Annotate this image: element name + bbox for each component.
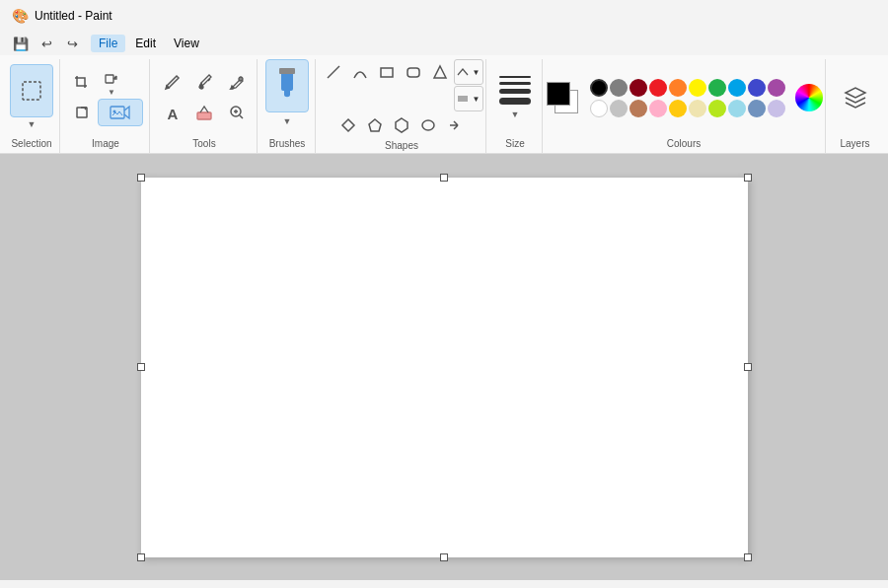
resize-handle-middle-left[interactable] xyxy=(137,363,145,371)
color-picker-button[interactable] xyxy=(223,69,251,97)
skew-button[interactable] xyxy=(68,99,96,126)
resize-handle-top-center[interactable] xyxy=(440,174,448,182)
resize-handle-bottom-left[interactable] xyxy=(137,553,145,561)
resize-handle-bottom-right[interactable] xyxy=(744,553,752,561)
colour-swatch-orange[interactable] xyxy=(669,79,687,97)
menu-edit[interactable]: Edit xyxy=(127,35,164,52)
line-tool[interactable] xyxy=(321,59,346,85)
resize-handle-middle-right[interactable] xyxy=(744,363,752,371)
colour-swatch-light-gray[interactable] xyxy=(610,100,628,117)
colour-pair xyxy=(545,80,580,115)
menu-view[interactable]: View xyxy=(166,35,207,52)
svg-rect-9 xyxy=(279,68,295,74)
brush-tool-button[interactable] xyxy=(265,59,309,112)
svg-rect-1 xyxy=(106,75,113,83)
paint-canvas[interactable] xyxy=(141,178,748,557)
colour-swatch-slate[interactable] xyxy=(748,100,766,117)
colour-swatch-dark-blue[interactable] xyxy=(748,79,766,97)
svg-rect-11 xyxy=(381,68,393,77)
layers-group: Layers xyxy=(825,59,884,153)
svg-rect-14 xyxy=(458,96,468,102)
svg-line-10 xyxy=(328,66,339,78)
resize-handle-top-right[interactable] xyxy=(744,174,752,182)
colour-swatch-light-blue[interactable] xyxy=(728,100,746,117)
svg-point-6 xyxy=(239,77,243,81)
layers-label: Layers xyxy=(840,136,869,153)
colour-row-2 xyxy=(590,100,785,117)
shape-outline-dropdown[interactable]: ▼ xyxy=(454,59,483,85)
curve-tool[interactable] xyxy=(347,59,373,85)
colour-swatch-yellow[interactable] xyxy=(689,79,706,97)
colour-swatch-dark-gray[interactable] xyxy=(610,79,628,97)
title-text: Untitled - Paint xyxy=(35,9,112,23)
ribbon: ▼ Selection xyxy=(0,55,888,154)
selection-tool-button[interactable] xyxy=(10,64,53,117)
undo-button[interactable]: ↩ xyxy=(36,33,57,54)
hexagon-tool[interactable] xyxy=(389,112,414,138)
selection-dropdown[interactable]: ▼ xyxy=(10,117,53,131)
shapes-group: ▼ ▼ xyxy=(318,59,486,153)
colour-swatch-lime[interactable] xyxy=(708,100,726,117)
brushes-dropdown[interactable]: ▼ xyxy=(265,114,309,128)
arrow-tool[interactable] xyxy=(442,112,468,138)
svg-marker-16 xyxy=(369,119,381,131)
colour-swatch-dark-red[interactable] xyxy=(629,79,647,97)
selection-label: Selection xyxy=(11,136,51,153)
crop-button[interactable] xyxy=(68,69,96,97)
foreground-colour[interactable] xyxy=(547,82,570,106)
colour-swatch-pink[interactable] xyxy=(649,100,667,117)
shape-fill-dropdown[interactable]: ▼ xyxy=(454,86,483,111)
svg-marker-15 xyxy=(342,119,354,131)
ai-image-button[interactable] xyxy=(98,99,143,126)
size-group: ▼ Size xyxy=(488,59,543,153)
colours-label: Colours xyxy=(667,136,701,153)
size-dropdown-arrow[interactable]: ▼ xyxy=(511,110,520,119)
colour-swatch-gold[interactable] xyxy=(669,100,687,117)
quick-access-toolbar: 💾 ↩ ↪ xyxy=(4,33,89,54)
resize-button[interactable] xyxy=(98,70,125,88)
eraser-button[interactable] xyxy=(189,99,219,128)
triangle-tool[interactable] xyxy=(427,59,453,85)
colour-swatch-blue[interactable] xyxy=(728,79,746,97)
size-label: Size xyxy=(505,136,524,153)
diamond-tool[interactable] xyxy=(335,112,361,138)
canvas-area[interactable] xyxy=(0,154,888,580)
svg-rect-0 xyxy=(23,82,40,100)
colour-swatch-red[interactable] xyxy=(649,79,667,97)
svg-marker-17 xyxy=(396,118,407,132)
app-icon: 🎨 xyxy=(12,8,29,24)
svg-rect-3 xyxy=(111,107,124,118)
colour-swatch-lavender[interactable] xyxy=(768,100,785,117)
save-button[interactable]: 💾 xyxy=(10,33,32,54)
colour-row-1 xyxy=(590,79,785,97)
text-button[interactable]: A xyxy=(158,99,187,128)
svg-rect-5 xyxy=(197,112,211,119)
image-group: ▼ xyxy=(62,59,150,153)
rounded-rect-tool[interactable] xyxy=(401,59,426,85)
pentagon-tool[interactable] xyxy=(362,112,388,138)
svg-rect-12 xyxy=(407,68,419,77)
colour-swatch-purple[interactable] xyxy=(768,79,785,97)
pencil-button[interactable] xyxy=(158,67,187,97)
svg-point-18 xyxy=(422,120,434,130)
tools-group: A xyxy=(152,59,258,153)
size-selector[interactable] xyxy=(499,76,531,105)
brushes-label: Brushes xyxy=(269,136,306,153)
zoom-button[interactable] xyxy=(223,99,251,126)
menu-file[interactable]: File xyxy=(91,35,125,52)
brushes-group: ▼ Brushes xyxy=(259,59,316,153)
colour-swatch-black[interactable] xyxy=(590,79,608,97)
colour-swatch-cream[interactable] xyxy=(689,100,706,117)
selection-group: ▼ Selection xyxy=(4,59,60,153)
custom-colour-button[interactable] xyxy=(795,84,823,111)
redo-button[interactable]: ↪ xyxy=(61,33,83,54)
ellipse-tool[interactable] xyxy=(415,112,441,138)
colour-swatch-brown[interactable] xyxy=(629,100,647,117)
colour-swatch-white[interactable] xyxy=(590,100,608,117)
resize-handle-top-left[interactable] xyxy=(137,174,145,182)
colour-swatch-green[interactable] xyxy=(708,79,726,97)
resize-handle-bottom-center[interactable] xyxy=(440,553,448,561)
layers-button[interactable] xyxy=(836,71,875,124)
fill-button[interactable] xyxy=(189,67,219,97)
rect-tool[interactable] xyxy=(374,59,400,85)
